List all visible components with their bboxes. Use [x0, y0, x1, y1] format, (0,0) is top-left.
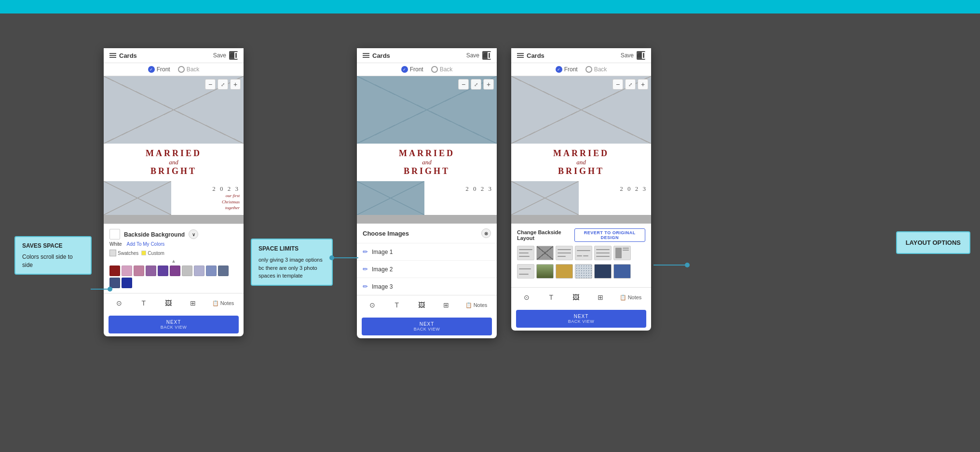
hamburger-icon-1[interactable]	[109, 53, 116, 58]
phone-mockup-1: Cards Save ⬛ Front Back − ⤢ +	[104, 48, 244, 336]
phone-1-next-btn[interactable]: Next BACK VIEW	[109, 316, 239, 333]
phone-1-add-colors-link[interactable]: Add To My Colors	[127, 241, 165, 247]
phone-1-front-toggle[interactable]: Front	[148, 66, 170, 73]
phone-1-save-label[interactable]: Save	[213, 52, 226, 59]
phone-3-next-btn[interactable]: Next BACK VIEW	[516, 310, 646, 328]
zoom-fit-btn-1[interactable]: ⤢	[218, 79, 228, 90]
phone-1-next-label: Next	[116, 319, 231, 325]
phone-3-backside-panel: Change Backside Layout REVERT TO ORIGINA…	[511, 224, 651, 287]
phone-2-back-dot	[431, 66, 438, 73]
phone-2-grid-icon[interactable]: ⊞	[440, 299, 452, 311]
zoom-in-btn-1[interactable]: +	[230, 79, 241, 90]
phone-1-image-icon[interactable]: 🖼	[163, 297, 174, 309]
choose-image-3[interactable]: ✏ Image 3	[357, 278, 497, 295]
phone-3-zoom-controls: − ⤢ +	[612, 79, 648, 90]
phone-3-notes-label: Notes	[628, 294, 642, 300]
choose-image-1[interactable]: ✏ Image 1	[357, 243, 497, 261]
phone-1-circle-icon[interactable]: ⊙	[113, 297, 125, 309]
phone-3-image-icon[interactable]: 🖼	[570, 292, 582, 303]
layout-thumb-2[interactable]	[536, 246, 554, 260]
color-swatch[interactable]	[109, 278, 120, 288]
space-limits-body: only giving 3 image options bc there are…	[259, 256, 325, 280]
color-swatch[interactable]	[146, 266, 156, 276]
color-swatch[interactable]	[218, 266, 229, 276]
zoom-out-btn-1[interactable]: −	[205, 79, 216, 90]
phone-3-save-label[interactable]: Save	[621, 52, 634, 59]
phone-1-notes-btn[interactable]: 📋 Notes	[212, 300, 234, 306]
phone-2-image-icon[interactable]: 🖼	[416, 299, 427, 311]
phone-3-text-icon[interactable]: T	[545, 292, 557, 303]
layout-img-thumb-5[interactable]	[594, 264, 612, 279]
layout-img-thumb-4[interactable]	[575, 264, 592, 279]
color-swatch[interactable]	[158, 266, 168, 276]
save-icon-1[interactable]: ⬛	[229, 51, 238, 60]
phone-1-grid-icon[interactable]: ⊞	[187, 297, 199, 309]
layout-thumb-4[interactable]	[575, 246, 592, 260]
layout-img-thumb-1[interactable]	[517, 264, 534, 279]
phone-2-circle-icon[interactable]: ⊙	[367, 299, 378, 311]
layout-thumb-6[interactable]	[613, 246, 631, 260]
phone-1-collapse-btn[interactable]: ∨	[189, 229, 198, 239]
custom-dot-1	[141, 251, 146, 255]
layout-thumb-1[interactable]	[517, 246, 534, 260]
color-swatch[interactable]	[194, 266, 204, 276]
zoom-fit-btn-3[interactable]: ⤢	[625, 79, 636, 90]
phone-2-bottom-left-image	[357, 181, 424, 215]
color-swatch[interactable]	[134, 266, 144, 276]
phone-1-bottom-left-image	[104, 181, 171, 215]
phone-2-and: and	[357, 159, 497, 166]
phone-1-white-swatch[interactable]	[109, 229, 120, 239]
phone-3-notes-btn[interactable]: 📋 Notes	[620, 294, 642, 301]
phone-3-back-toggle[interactable]: Back	[585, 66, 607, 73]
phone-1-header-left: Cards	[109, 52, 137, 59]
phone-3-grid-icon[interactable]: ⊞	[595, 292, 606, 303]
choose-images-title: Choose Images	[363, 230, 409, 237]
phone-1-color-label: White	[109, 241, 122, 247]
phone-2-notes-label: Notes	[474, 302, 488, 308]
color-swatch[interactable]	[122, 266, 132, 276]
layout-img-thumb-2[interactable]	[536, 264, 554, 279]
choose-images-collapse[interactable]: ⊗	[481, 228, 491, 238]
zoom-in-btn-2[interactable]: +	[483, 79, 494, 90]
phone-3-notes-icon: 📋	[620, 294, 626, 301]
phone-3-app-title: Cards	[527, 52, 544, 59]
phone-3-circle-icon[interactable]: ⊙	[521, 292, 532, 303]
phone-2-notes-icon: 📋	[465, 302, 472, 308]
layout-thumb-5[interactable]	[594, 246, 612, 260]
revert-btn-3[interactable]: REVERT TO ORIGINAL DESIGN	[574, 228, 645, 242]
phone-1-back-toggle[interactable]: Back	[178, 66, 200, 73]
color-swatch[interactable]	[109, 266, 120, 276]
zoom-fit-btn-2[interactable]: ⤢	[471, 79, 481, 90]
color-swatch[interactable]	[170, 266, 180, 276]
color-swatch[interactable]	[182, 266, 192, 276]
phone-2-notes-btn[interactable]: 📋 Notes	[465, 302, 488, 308]
phone-3-card-bottom: 2 0 2 3	[511, 181, 651, 215]
phone-2-save-label[interactable]: Save	[466, 52, 479, 59]
phone-1-and: and	[104, 159, 244, 166]
phone-2-back-toggle[interactable]: Back	[431, 66, 453, 73]
phone-3-front-toggle[interactable]: Front	[556, 66, 578, 73]
hamburger-icon-3[interactable]	[517, 53, 524, 58]
phone-1-notes-icon: 📋	[212, 300, 219, 306]
phone-mockup-2: Cards Save ⬛ Front Back − ⤢ + MARRI	[357, 48, 497, 338]
phone-2-front-toggle[interactable]: Front	[401, 66, 423, 73]
save-icon-2[interactable]: ⬛	[482, 51, 491, 60]
phone-2-next-btn[interactable]: Next BACK VIEW	[362, 318, 492, 335]
phone-1-text-icon[interactable]: T	[138, 297, 150, 309]
layout-img-thumb-3[interactable]	[556, 264, 573, 279]
phone-2-front-dot	[401, 66, 408, 73]
choose-image-2[interactable]: ✏ Image 2	[357, 261, 497, 278]
save-icon-3[interactable]: ⬛	[637, 51, 645, 60]
color-swatch[interactable]	[206, 266, 217, 276]
image-1-label: Image 1	[372, 249, 393, 255]
zoom-out-btn-3[interactable]: −	[612, 79, 623, 90]
zoom-in-btn-3[interactable]: +	[638, 79, 648, 90]
phone-3-bottom-left-image	[511, 181, 579, 215]
layout-thumb-3[interactable]	[556, 246, 573, 260]
zoom-out-btn-2[interactable]: −	[458, 79, 469, 90]
color-swatch[interactable]	[122, 278, 132, 288]
phone-1-back-dot	[178, 66, 185, 73]
hamburger-icon-2[interactable]	[363, 53, 369, 58]
layout-img-thumb-6[interactable]	[613, 264, 631, 279]
phone-2-text-icon[interactable]: T	[391, 299, 403, 311]
